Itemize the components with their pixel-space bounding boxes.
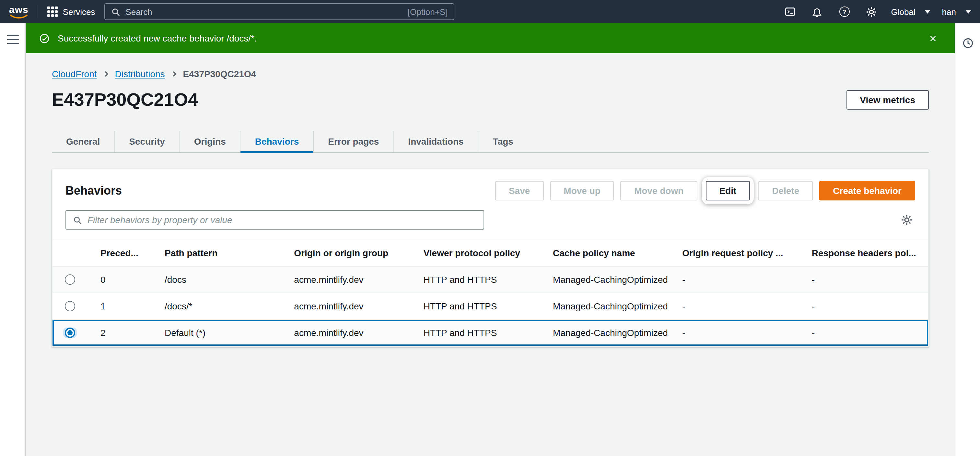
region-label: Global — [891, 7, 915, 16]
top-navigation: aws Services [Option+S] — [0, 0, 980, 23]
breadcrumb-current: E437P30QC21O4 — [183, 69, 256, 79]
row-radio[interactable] — [65, 301, 75, 311]
cell-viewer-protocol: HTTP and HTTPS — [410, 301, 540, 311]
row-radio-cell — [52, 274, 88, 285]
cell-precedence: 0 — [88, 274, 152, 285]
right-panel-strip — [955, 23, 980, 456]
tab-behaviors[interactable]: Behaviors — [240, 131, 313, 152]
help-icon: ? — [839, 6, 850, 17]
move-up-button[interactable]: Move up — [550, 181, 614, 201]
app-root: aws Services [Option+S] — [0, 0, 980, 456]
hamburger-menu-button[interactable] — [4, 32, 21, 47]
chevron-down-icon — [925, 10, 931, 13]
gear-icon — [901, 214, 913, 226]
table-header-row: Preced... Path pattern Origin or origin … — [52, 239, 928, 266]
cell-response-headers-policy: - — [799, 274, 928, 285]
cell-origin: acme.mintlify.dev — [281, 328, 410, 338]
gear-icon — [866, 6, 877, 17]
account-menu[interactable]: han — [942, 0, 971, 23]
success-check-icon — [39, 33, 50, 44]
nav-divider — [38, 5, 38, 18]
move-down-button[interactable]: Move down — [620, 181, 697, 201]
cell-viewer-protocol: HTTP and HTTPS — [410, 328, 540, 338]
cell-viewer-protocol: HTTP and HTTPS — [410, 274, 540, 285]
filter-box[interactable] — [65, 210, 484, 230]
table-row[interactable]: 1 /docs/* acme.mintlify.dev HTTP and HTT… — [52, 293, 928, 320]
main-content: Successfully created new cache behavior … — [26, 23, 955, 456]
right-panel-toggle-button[interactable] — [960, 34, 975, 52]
nav-right-group: ? Global han — [782, 0, 971, 23]
bell-icon — [811, 6, 822, 17]
tab-invalidations[interactable]: Invalidations — [393, 131, 478, 152]
header-path-pattern: Path pattern — [152, 247, 281, 258]
delete-button[interactable]: Delete — [758, 181, 813, 201]
header-cache-policy: Cache policy name — [540, 247, 669, 258]
edit-button-highlight: Edit — [702, 177, 754, 204]
table-body: 0 /docs acme.mintlify.dev HTTP and HTTPS… — [52, 266, 928, 346]
help-button[interactable]: ? — [837, 3, 852, 21]
tab-tags[interactable]: Tags — [478, 131, 528, 152]
table-row[interactable]: 0 /docs acme.mintlify.dev HTTP and HTTPS… — [52, 266, 928, 293]
aws-logo-text: aws — [9, 5, 29, 14]
tab-error-pages[interactable]: Error pages — [313, 131, 393, 152]
cell-origin: acme.mintlify.dev — [281, 301, 410, 311]
region-selector[interactable]: Global — [891, 0, 930, 23]
aws-logo[interactable]: aws — [9, 5, 29, 19]
search-shortcut-hint: [Option+S] — [408, 7, 448, 16]
header-origin-request-policy: Origin request policy ... — [669, 247, 799, 258]
close-icon — [928, 33, 937, 43]
flashbar-message: Successfully created new cache behavior … — [58, 33, 257, 43]
behaviors-card-title: Behaviors — [65, 184, 122, 198]
tab-origins[interactable]: Origins — [179, 131, 240, 152]
row-radio-cell — [52, 328, 88, 338]
cell-cache-policy: Managed-CachingOptimized — [540, 274, 669, 285]
save-button[interactable]: Save — [495, 181, 544, 201]
cell-origin: acme.mintlify.dev — [281, 274, 410, 285]
clock-icon — [961, 37, 974, 49]
cell-precedence: 2 — [88, 328, 152, 338]
services-menu-button[interactable]: Services — [47, 0, 95, 23]
cell-response-headers-policy: - — [799, 301, 928, 311]
cell-cache-policy: Managed-CachingOptimized — [540, 301, 669, 311]
settings-button[interactable] — [864, 3, 879, 21]
page-title: E437P30QC21O4 — [52, 89, 198, 110]
behaviors-filter-input[interactable] — [88, 215, 477, 225]
left-sidebar-strip — [0, 23, 26, 456]
search-icon — [73, 215, 82, 225]
nav-search[interactable]: [Option+S] — [104, 3, 454, 20]
view-metrics-button[interactable]: View metrics — [846, 90, 929, 110]
nav-search-input[interactable] — [126, 7, 402, 16]
table-preferences-button[interactable] — [898, 212, 915, 228]
cell-path-pattern: Default (*) — [152, 328, 281, 338]
notifications-button[interactable] — [809, 3, 825, 21]
breadcrumb-chevron-icon — [103, 71, 108, 77]
cell-origin-request-policy: - — [669, 274, 799, 285]
breadcrumb: CloudFront Distributions E437P30QC21O4 — [52, 69, 929, 79]
header-origin: Origin or origin group — [281, 247, 410, 258]
row-radio[interactable] — [65, 274, 75, 285]
breadcrumb-chevron-icon — [171, 71, 177, 77]
tab-security[interactable]: Security — [114, 131, 179, 152]
tab-general[interactable]: General — [52, 131, 114, 152]
shell: Successfully created new cache behavior … — [0, 23, 980, 456]
row-radio-checked[interactable] — [65, 328, 75, 338]
breadcrumb-cloudfront-link[interactable]: CloudFront — [52, 69, 97, 79]
table-row-selected[interactable]: 2 Default (*) acme.mintlify.dev HTTP and… — [52, 320, 928, 346]
edit-button[interactable]: Edit — [705, 181, 750, 201]
search-icon — [110, 7, 120, 16]
aws-smile-icon — [10, 14, 28, 19]
services-grid-icon — [47, 6, 58, 17]
filter-row — [52, 201, 928, 230]
behaviors-card: Behaviors Save Move up Move down Edit De… — [52, 169, 929, 347]
header-response-headers-policy: Response headers pol... — [799, 247, 928, 258]
flashbar-close-button[interactable] — [924, 29, 942, 47]
create-behavior-button[interactable]: Create behavior — [819, 181, 915, 201]
success-flashbar: Successfully created new cache behavior … — [26, 23, 955, 53]
cell-origin-request-policy: - — [669, 301, 799, 311]
title-row: E437P30QC21O4 View metrics — [52, 89, 929, 110]
cell-cache-policy: Managed-CachingOptimized — [540, 328, 669, 338]
chevron-down-icon — [966, 10, 971, 13]
breadcrumb-distributions-link[interactable]: Distributions — [115, 69, 165, 79]
cloudshell-icon — [784, 6, 795, 18]
cloudshell-button[interactable] — [782, 3, 797, 21]
